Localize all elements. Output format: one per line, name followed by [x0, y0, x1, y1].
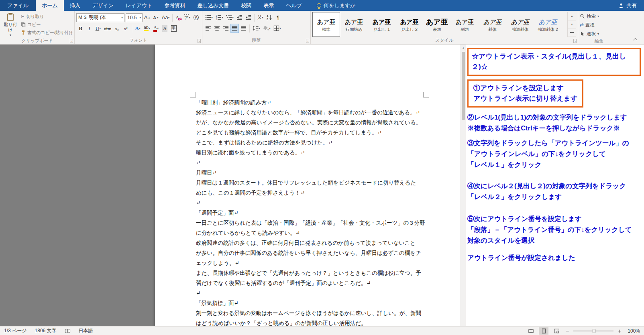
document-line[interactable]: が多い。自分の仕事に関係のある統計をいち早く押さえたいなら、月曜日は必ずこの欄を… [196, 248, 423, 258]
style-italic[interactable]: あア亜 斜体 [479, 12, 506, 37]
style-subtitle[interactable]: あア亜 副題 [451, 12, 479, 37]
tab-file[interactable]: ファイル [0, 0, 36, 11]
document-line[interactable]: 刻一刻と変わる景気の変動はホームページを泳ぐほうがはるかに速いし、詳しい。が、新… [196, 308, 423, 318]
page-indicator[interactable]: 1/3 ページ [4, 327, 27, 334]
document-line[interactable]: 経済ニュースに詳しくなりたいのなら、「経済新聞」を毎日読むのが一番の近道である。… [196, 108, 423, 118]
tab-review[interactable]: 校閲 [235, 0, 257, 11]
document-line[interactable]: だが、なかなか敷居の高いイメージも否めない。実際に大変な量の情報が掲載されている… [196, 118, 423, 128]
document-line[interactable]: 「週間予定」面↵ [196, 208, 423, 218]
zoom-out-button[interactable]: − [565, 328, 570, 334]
document-line[interactable]: 一日ごとに区切られた表は「政治・国際」「経済・産業」「社会・文化・スポーツ」の３… [196, 218, 423, 228]
style-no-spacing[interactable]: あア亜 行間詰め [340, 12, 368, 37]
tab-help[interactable]: ヘルプ [280, 0, 308, 11]
cut-button[interactable]: ✂ 切り取り [21, 13, 73, 20]
zoom-slider-thumb[interactable] [593, 329, 595, 333]
document-line[interactable]: 曜日別に読む面を絞ってしまうのである。↵ [196, 148, 423, 158]
phonetic-guide-button[interactable]: ア▾ [183, 13, 192, 22]
style-normal[interactable]: あア亜 標準 [312, 12, 340, 37]
document-line[interactable]: ↵ [196, 158, 423, 168]
asian-layout-button[interactable]: 乂▾ [256, 13, 265, 22]
style-emphasis-italic-2[interactable]: あア亜 強調斜体 2 [534, 12, 562, 37]
document-line[interactable]: ↵ [196, 198, 423, 208]
clipboard-dialog-launcher[interactable]: ⌟ [70, 39, 73, 43]
superscript-button[interactable]: x² [122, 24, 130, 33]
strikethrough-button[interactable]: abc [103, 24, 112, 33]
shrink-font-button[interactable]: A▼ [152, 13, 160, 22]
share-button[interactable]: 共有 [611, 0, 644, 11]
increase-indent-button[interactable] [244, 13, 253, 22]
scrollbar-up-arrow[interactable]: ▲ [461, 45, 466, 51]
document-line[interactable]: 政府関連の統計の多くは、正確に何月何日に発表されるのか前もって決まっていないこと [196, 238, 423, 248]
grow-font-button[interactable]: A▲ [143, 13, 151, 22]
sort-button[interactable] [265, 13, 273, 22]
borders-button[interactable]: ▾ [272, 24, 282, 33]
font-color-button[interactable]: A▾ [152, 24, 160, 33]
find-button[interactable]: 検索 ▾ [580, 12, 618, 20]
tab-mailings[interactable]: 差し込み文書 [192, 0, 235, 11]
tell-me-box[interactable]: 何をしますか [312, 0, 361, 11]
document-line[interactable]: 習だけでなく復習にも活躍するのが「週刊予定」面のよいところだ。↵ [196, 278, 423, 288]
numbering-button[interactable]: ▾ [214, 13, 224, 22]
font-name-combo[interactable]: ＭＳ 明朝 (本 ▾ [76, 13, 124, 22]
zoom-slider[interactable] [573, 331, 613, 331]
document-line[interactable]: また、長期休暇や出張などで「先週何があったっけ？」というときもこの欄は役に立つ。… [196, 268, 423, 278]
tab-home[interactable]: ホーム [36, 0, 64, 11]
web-layout-button[interactable] [552, 327, 561, 335]
decrease-indent-button[interactable] [235, 13, 244, 22]
bullets-button[interactable]: ▾ [204, 13, 214, 22]
copy-button[interactable]: コピー [21, 21, 73, 28]
scrollbar-thumb[interactable] [462, 52, 465, 120]
replace-button[interactable]: ⇄ 置換 [580, 21, 618, 29]
style-heading1[interactable]: あア亜 見出し 1 [368, 12, 395, 37]
italic-button[interactable]: I [85, 24, 94, 33]
underline-button[interactable]: U▾ [94, 24, 102, 33]
clear-formatting-button[interactable]: A [174, 13, 183, 22]
style-emphasis-italic[interactable]: あア亜 強調斜体 [506, 12, 534, 37]
tab-layout[interactable]: レイアウト [120, 0, 159, 11]
font-dialog-launcher[interactable]: ⌟ [198, 39, 201, 43]
subscript-button[interactable]: x₂ [113, 24, 121, 33]
tab-references[interactable]: 参考資料 [159, 0, 192, 11]
justify-button[interactable] [230, 24, 239, 33]
document-line[interactable]: どこを見ても難解な経済用語と数字が一杯で、目がチカチカしてしまう。↵ [196, 128, 423, 138]
multilevel-list-button[interactable]: ▾ [225, 13, 235, 22]
word-count[interactable]: 1806 文字 [35, 327, 57, 334]
align-center-button[interactable] [213, 24, 221, 33]
document-line[interactable]: そこで、まずは慣れるために絶好の方法を見つけた。↵ [196, 138, 423, 148]
select-button[interactable]: 選択 ▾ [580, 30, 618, 38]
tab-design[interactable]: デザイン [86, 0, 120, 11]
document-line[interactable]: に分かれているからとても読みやすい。↵ [196, 228, 423, 238]
language-indicator[interactable]: 日本語 [79, 327, 93, 334]
shading-button[interactable]: ▾ [262, 24, 272, 33]
collapse-ribbon-button[interactable] [631, 36, 640, 43]
change-case-button[interactable]: Aa▾ [161, 13, 171, 22]
proofing-status-button[interactable] [65, 328, 71, 334]
gallery-scroll-up-button[interactable]: ▲ [568, 12, 576, 20]
tab-view[interactable]: 表示 [257, 0, 280, 11]
read-mode-button[interactable] [526, 327, 536, 335]
line-spacing-button[interactable]: ▾ [251, 24, 261, 33]
style-heading2[interactable]: あア亜 見出し 2 [395, 12, 423, 37]
zoom-percentage[interactable]: 100% [626, 328, 640, 334]
styles-dialog-launcher[interactable]: ⌟ [573, 39, 577, 43]
document-line[interactable]: ェックしよう。↵ [196, 258, 423, 268]
document-line[interactable]: 「景気指標」面↵ [196, 298, 423, 308]
gallery-more-button[interactable] [568, 28, 576, 37]
document-line[interactable]: 月曜日は１週間のスタート。休日でリフレッシュした頭をビジネスモードに切り替えるた [196, 178, 423, 188]
distribute-button[interactable] [239, 24, 248, 33]
paste-button[interactable]: 貼り付け ▾ [2, 12, 19, 37]
vertical-scrollbar[interactable]: ▲ [461, 45, 466, 326]
character-border-button[interactable]: 字 [169, 24, 178, 33]
font-size-combo[interactable]: 10.5 ▾ [126, 13, 143, 22]
print-layout-button[interactable] [539, 327, 548, 335]
text-effects-button[interactable]: A▾ [134, 24, 142, 33]
document-line[interactable]: 「曜日別」経済新聞の読み方↵ [196, 97, 423, 108]
highlight-color-button[interactable]: ab▾ [143, 24, 151, 33]
bold-button[interactable]: B [76, 24, 85, 33]
document-line[interactable]: 月曜日↵ [196, 168, 423, 178]
document-page[interactable]: 「曜日別」経済新聞の読み方↵ 経済ニュースに詳しくなりたいのなら、「経済新聞」を… [155, 45, 464, 326]
enclose-characters-button[interactable]: A [192, 13, 200, 22]
zoom-in-button[interactable]: + [617, 328, 622, 334]
format-painter-button[interactable]: 書式のコピー/貼り付け [21, 29, 73, 36]
style-title[interactable]: あア亜 表題 [423, 12, 451, 37]
